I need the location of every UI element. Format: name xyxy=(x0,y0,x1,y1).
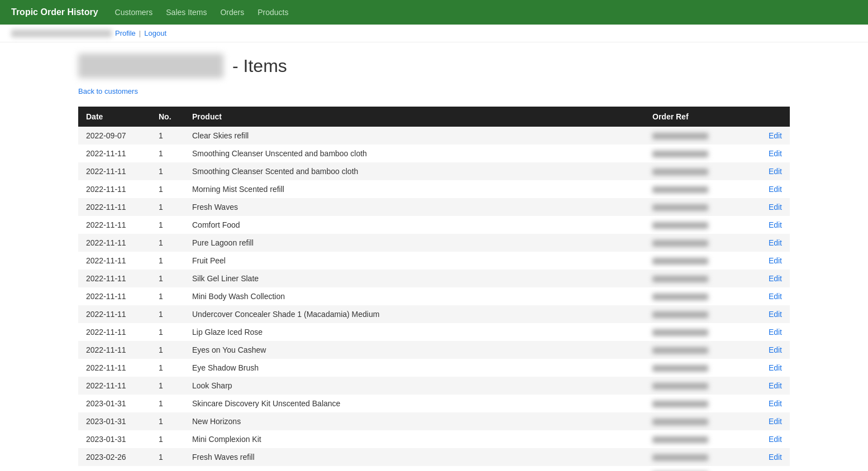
cell-product: Fresh Waves xyxy=(184,198,645,216)
edit-link[interactable]: Edit xyxy=(769,363,782,372)
table-row: 2022-11-11 1 Pure Lagoon refill Edit xyxy=(78,234,790,252)
edit-link[interactable]: Edit xyxy=(769,167,782,176)
cell-edit: Edit xyxy=(756,377,790,395)
cell-no: 1 xyxy=(151,305,184,323)
table-row: 2022-11-11 1 Lip Glaze Iced Rose Edit xyxy=(78,323,790,341)
cell-no: 1 xyxy=(151,412,184,430)
table-row: 2022-11-11 1 Comfort Food Edit xyxy=(78,216,790,234)
cell-date: 2022-11-11 xyxy=(78,323,151,341)
table-row: 2023-01-31 1 New Horizons Edit xyxy=(78,412,790,430)
cell-date: 2022-11-11 xyxy=(78,341,151,359)
table-row: 2022-11-11 1 Morning Mist Scented refill… xyxy=(78,180,790,198)
cell-no: 1 xyxy=(151,198,184,216)
edit-link[interactable]: Edit xyxy=(769,328,782,337)
edit-link[interactable]: Edit xyxy=(769,185,782,194)
cell-no: 1 xyxy=(151,216,184,234)
edit-link[interactable]: Edit xyxy=(769,453,782,462)
cell-date: 2022-11-11 xyxy=(78,216,151,234)
nav-orders[interactable]: Orders xyxy=(220,8,244,17)
app-title: Tropic Order History xyxy=(11,7,98,17)
order-ref-blur xyxy=(652,401,708,407)
nav-sales-items[interactable]: Sales Items xyxy=(166,8,207,17)
cell-edit: Edit xyxy=(756,395,790,412)
table-row: 2022-09-07 1 Clear Skies refill Edit xyxy=(78,127,790,145)
table-row: 2022-11-11 1 Mini Body Wash Collection E… xyxy=(78,287,790,305)
order-ref-blur xyxy=(652,133,708,140)
cell-date: 2022-11-11 xyxy=(78,287,151,305)
col-header-product: Product xyxy=(184,107,645,127)
cell-edit: Edit xyxy=(756,359,790,377)
order-ref-blur xyxy=(652,311,708,318)
cell-date: 2023-01-31 xyxy=(78,430,151,448)
edit-link[interactable]: Edit xyxy=(769,131,782,140)
cell-product: Comfort Food xyxy=(184,216,645,234)
table-row: 2023-02-26 1 Illuma Shade 2 Edit xyxy=(78,466,790,471)
order-ref-blur xyxy=(652,329,708,336)
cell-orderref xyxy=(645,466,756,471)
cell-date: 2022-11-11 xyxy=(78,359,151,377)
table-row: 2022-11-11 1 Look Sharp Edit xyxy=(78,377,790,395)
order-ref-blur xyxy=(652,169,708,175)
cell-product: Undercover Concealer Shade 1 (Macadamia)… xyxy=(184,305,645,323)
edit-link[interactable]: Edit xyxy=(769,238,782,247)
profile-link[interactable]: Profile xyxy=(115,29,136,37)
cell-orderref xyxy=(645,377,756,395)
items-table: Date No. Product Order Ref 2022-09-07 1 … xyxy=(78,107,790,471)
cell-orderref xyxy=(645,180,756,198)
cell-orderref xyxy=(645,341,756,359)
col-header-orderref: Order Ref xyxy=(645,107,756,127)
order-ref-blur xyxy=(652,240,708,247)
nav-customers[interactable]: Customers xyxy=(115,8,153,17)
cell-no: 1 xyxy=(151,377,184,395)
main-content: - Items Back to customers Date No. Produ… xyxy=(0,42,868,471)
edit-link[interactable]: Edit xyxy=(769,274,782,283)
cell-date: 2022-11-11 xyxy=(78,198,151,216)
order-ref-blur xyxy=(652,186,708,193)
cell-no: 1 xyxy=(151,323,184,341)
table-row: 2022-11-11 1 Eye Shadow Brush Edit xyxy=(78,359,790,377)
cell-date: 2022-09-07 xyxy=(78,127,151,145)
cell-orderref xyxy=(645,127,756,145)
cell-orderref xyxy=(645,448,756,466)
back-to-customers-link[interactable]: Back to customers xyxy=(78,87,790,95)
cell-product: Silk Gel Liner Slate xyxy=(184,270,645,287)
edit-link[interactable]: Edit xyxy=(769,149,782,158)
cell-date: 2022-11-11 xyxy=(78,270,151,287)
edit-link[interactable]: Edit xyxy=(769,220,782,229)
cell-orderref xyxy=(645,359,756,377)
order-ref-blur xyxy=(652,204,708,211)
cell-orderref xyxy=(645,252,756,270)
edit-link[interactable]: Edit xyxy=(769,256,782,265)
edit-link[interactable]: Edit xyxy=(769,310,782,319)
cell-product: Fruit Peel xyxy=(184,252,645,270)
col-header-date: Date xyxy=(78,107,151,127)
edit-link[interactable]: Edit xyxy=(769,292,782,301)
cell-no: 1 xyxy=(151,287,184,305)
table-row: 2022-11-11 1 Undercover Concealer Shade … xyxy=(78,305,790,323)
cell-product: Skincare Discovery Kit Unscented Balance xyxy=(184,395,645,412)
order-ref-blur xyxy=(652,454,708,461)
cell-edit: Edit xyxy=(756,305,790,323)
cell-orderref xyxy=(645,198,756,216)
cell-edit: Edit xyxy=(756,127,790,145)
edit-link[interactable]: Edit xyxy=(769,203,782,212)
logout-link[interactable]: Logout xyxy=(144,29,166,37)
cell-no: 1 xyxy=(151,395,184,412)
edit-link[interactable]: Edit xyxy=(769,399,782,408)
order-ref-blur xyxy=(652,258,708,265)
edit-link[interactable]: Edit xyxy=(769,435,782,444)
cell-product: Fresh Waves refill xyxy=(184,448,645,466)
cell-no: 1 xyxy=(151,466,184,471)
cell-orderref xyxy=(645,287,756,305)
cell-edit: Edit xyxy=(756,430,790,448)
cell-no: 1 xyxy=(151,127,184,145)
edit-link[interactable]: Edit xyxy=(769,345,782,354)
table-header-row: Date No. Product Order Ref xyxy=(78,107,790,127)
nav-products[interactable]: Products xyxy=(257,8,288,17)
table-row: 2023-02-26 1 Fresh Waves refill Edit xyxy=(78,448,790,466)
cell-no: 1 xyxy=(151,448,184,466)
edit-link[interactable]: Edit xyxy=(769,417,782,426)
user-info-blur xyxy=(11,30,112,37)
cell-date: 2022-11-11 xyxy=(78,305,151,323)
edit-link[interactable]: Edit xyxy=(769,381,782,390)
